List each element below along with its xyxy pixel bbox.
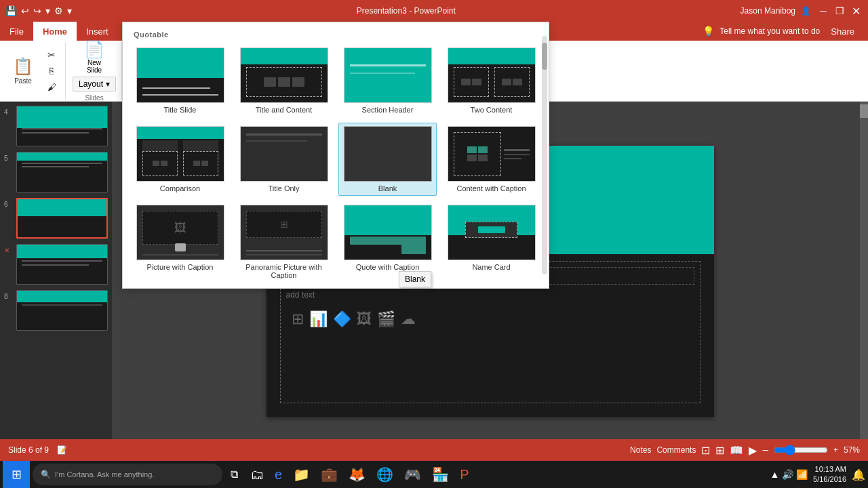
paste-button[interactable]: 📋 Paste (8, 52, 38, 90)
customize-dropdown-icon[interactable]: ▾ (67, 5, 72, 16)
slide-thumb-8[interactable]: 8 (3, 289, 109, 332)
action-center-icon[interactable]: 🔔 (852, 468, 865, 481)
taskbar-edge[interactable]: e (271, 467, 286, 483)
new-slide-label: New (87, 59, 101, 66)
layout-item-two-content[interactable]: Two Content (442, 44, 540, 117)
customize-icon[interactable]: ⚙ (54, 5, 63, 16)
zoom-level[interactable]: 57% (844, 445, 860, 455)
share-button[interactable]: Share (825, 26, 860, 37)
comments-button[interactable]: Comments (656, 445, 696, 455)
taskbar-explorer[interactable]: 🗂 (246, 467, 268, 483)
undo-icon[interactable]: ↩ (21, 5, 29, 16)
slide-thumb-4[interactable]: 4 (3, 104, 109, 148)
lightbulb-icon: 💡 (703, 26, 714, 37)
tab-file[interactable]: File (0, 22, 33, 41)
status-right: Notes Comments ⊡ ⊞ 📖 ▶ ─ + 57% (630, 444, 860, 457)
layout-item-title-slide[interactable]: Title Slide (131, 44, 229, 117)
taskbar-game[interactable]: 🎮 (400, 466, 425, 483)
layout-item-content-caption[interactable]: Content with Caption (442, 123, 540, 196)
layout-label-blank: Blank (378, 184, 397, 192)
content-icons: ⊞ 📊 🔷 🖼 🎬 ☁ (286, 305, 421, 333)
taskbar-firefox[interactable]: 🦊 (344, 466, 370, 483)
system-tray-icons: ▲ 🔊 📶 (770, 469, 808, 480)
zoom-in-icon[interactable]: + (833, 445, 838, 455)
window-controls: ─ ❐ ✕ (816, 4, 863, 18)
redo-icon[interactable]: ↪ (33, 5, 41, 16)
layout-item-quote-caption[interactable]: Quote with Caption (338, 201, 437, 283)
tab-home[interactable]: Home (33, 22, 77, 41)
layout-item-title-content[interactable]: Title and Content (235, 44, 333, 117)
layout-label-two-content: Two Content (471, 106, 513, 114)
layout-thumb-title-only (240, 126, 328, 182)
media-icon[interactable]: 🎬 (377, 310, 395, 328)
popup-scrollbar[interactable] (542, 36, 547, 274)
layout-label: Layout (79, 79, 103, 89)
close-button[interactable]: ✕ (849, 4, 863, 18)
layout-label-panoramic: Panoramic Picture with Caption (238, 263, 330, 279)
save-icon[interactable]: 💾 (5, 5, 17, 16)
slide-preview-4 (16, 106, 108, 146)
notes-button[interactable]: Notes (630, 445, 651, 455)
new-slide-button[interactable]: 📄 New Slide (84, 40, 104, 74)
layout-item-section-header[interactable]: Section Header (338, 44, 437, 117)
minimize-button[interactable]: ─ (816, 4, 830, 18)
placeholder-icon[interactable]: ☁ (401, 310, 416, 328)
zoom-out-icon[interactable]: ─ (762, 445, 768, 455)
chart-icon[interactable]: 📊 (309, 310, 328, 328)
layout-grid: Title Slide Title and Content (128, 44, 543, 283)
tab-insert[interactable]: Insert (77, 22, 118, 41)
smartart-icon[interactable]: 🔷 (333, 310, 351, 328)
layout-item-blank[interactable]: Blank (338, 123, 437, 196)
slide-num-6: 6 (4, 198, 14, 208)
picture-icon[interactable]: 🖼 (357, 310, 372, 328)
paste-label: Paste (14, 77, 32, 85)
slide-preview-5 (16, 152, 108, 192)
cut-button[interactable]: ✂ (43, 47, 60, 62)
view-slideshow-icon[interactable]: ▶ (749, 444, 757, 457)
task-view-button[interactable]: ⧉ (225, 462, 243, 487)
zoom-slider[interactable] (774, 445, 828, 455)
layout-item-picture-caption[interactable]: 🖼 Picture with Caption (131, 201, 229, 283)
view-reading-icon[interactable]: 📖 (730, 444, 743, 457)
taskbar-powerpoint[interactable]: P (456, 467, 473, 483)
format-painter-button[interactable]: 🖌 (43, 80, 60, 95)
slide-preview-8 (16, 290, 108, 331)
user-name: Jason Manibog (741, 6, 795, 16)
cortana-search[interactable]: 🔍 I'm Cortana. Ask me anything. (33, 464, 222, 485)
taskbar-folder[interactable]: 📁 (289, 466, 314, 483)
layout-thumb-name-card (448, 205, 536, 260)
window-title: Presentation3 - PowerPoint (72, 6, 741, 16)
layout-label-content-caption: Content with Caption (456, 184, 526, 192)
layout-thumb-quote-caption (344, 205, 432, 260)
layout-thumb-section-header (344, 47, 432, 103)
slide-notes-icon: 📝 (57, 445, 67, 455)
layout-item-name-card[interactable]: Name Card (442, 201, 540, 283)
table-icon[interactable]: ⊞ (292, 310, 304, 328)
layout-dropdown[interactable]: Layout ▾ (73, 77, 116, 92)
slide-info: Slide 6 of 9 (8, 445, 49, 455)
slide-thumb-5[interactable]: 5 (3, 150, 109, 194)
layout-item-comparison[interactable]: Comparison (131, 123, 229, 196)
slide-preview-6 (16, 198, 108, 239)
view-normal-icon[interactable]: ⊡ (701, 444, 710, 457)
undo-dropdown-icon[interactable]: ▾ (45, 5, 50, 16)
vertical-scrollbar[interactable] (860, 102, 868, 439)
restore-button[interactable]: ❐ (833, 4, 846, 18)
slide-thumb-x[interactable]: ✕ (3, 243, 109, 286)
layout-label-title-only: Title Only (268, 184, 299, 192)
layout-thumb-panoramic: ⊞ (240, 205, 328, 260)
view-slide-sorter-icon[interactable]: ⊞ (715, 444, 724, 457)
tellme-text[interactable]: Tell me what you want to do (719, 26, 820, 36)
taskbar-store[interactable]: 🏪 (428, 466, 453, 483)
taskbar-clock: 10:13 AM 5/16/2016 (813, 464, 846, 485)
layout-item-panoramic[interactable]: ⊞ Panoramic Picture with Caption (235, 201, 333, 283)
taskbar-right: ▲ 🔊 📶 10:13 AM 5/16/2016 🔔 (770, 464, 865, 485)
layout-thumb-blank (344, 126, 432, 182)
slide-thumb-6[interactable]: 6 (3, 197, 109, 240)
status-left: Slide 6 of 9 📝 (8, 445, 67, 455)
start-button[interactable]: ⊞ (3, 461, 30, 488)
layout-item-title-only[interactable]: Title Only (235, 123, 333, 196)
copy-button[interactable]: ⎘ (43, 64, 60, 79)
taskbar-chrome[interactable]: 🌐 (372, 466, 397, 483)
taskbar-briefcase[interactable]: 💼 (317, 466, 342, 483)
